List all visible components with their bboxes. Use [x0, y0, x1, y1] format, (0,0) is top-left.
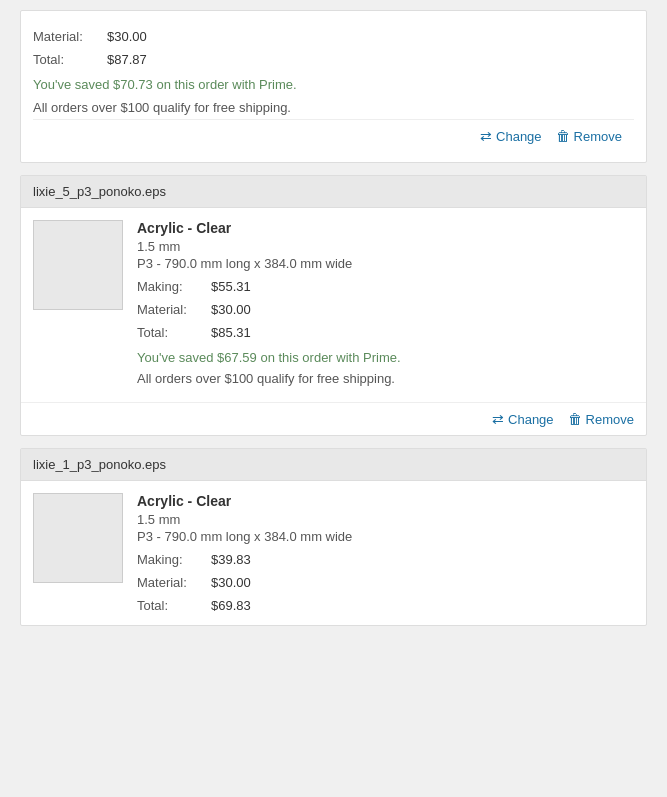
material-label-lixie1: Material:	[137, 575, 207, 590]
thickness-lixie5: 1.5 mm	[137, 239, 634, 254]
total-label-lixie5: Total:	[137, 325, 207, 340]
card-body-lixie1: Acrylic - Clear 1.5 mm P3 - 790.0 mm lon…	[21, 481, 646, 625]
material-value-lixie1: $30.00	[211, 575, 251, 590]
making-label-lixie5: Making:	[137, 279, 207, 294]
material-value-lixie5: $30.00	[211, 302, 251, 317]
remove-label-lixie5: Remove	[586, 412, 634, 427]
total-value: $87.87	[107, 52, 147, 67]
change-label-lixie5: Change	[508, 412, 554, 427]
change-label: Change	[496, 129, 542, 144]
remove-link[interactable]: 🗑 Remove	[556, 128, 622, 144]
thumbnail-lixie5	[33, 220, 123, 310]
material-label-lixie5: Material:	[137, 302, 207, 317]
making-row-lixie1: Making: $39.83	[137, 552, 634, 567]
actions-lixie5: ⇄ Change 🗑 Remove	[21, 402, 646, 435]
total-row-lixie1: Total: $69.83	[137, 598, 634, 613]
product-name-lixie5: Acrylic - Clear	[137, 220, 634, 236]
filename-lixie5: lixie_5_p3_ponoko.eps	[33, 184, 166, 199]
material-value: $30.00	[107, 29, 147, 44]
dimensions-lixie5: P3 - 790.0 mm long x 384.0 mm wide	[137, 256, 634, 271]
card-header-lixie5: lixie_5_p3_ponoko.eps	[21, 176, 646, 208]
change-icon-lixie5: ⇄	[492, 411, 504, 427]
remove-icon-lixie5: 🗑	[568, 411, 582, 427]
thickness-lixie1: 1.5 mm	[137, 512, 634, 527]
change-icon: ⇄	[480, 128, 492, 144]
product-details-lixie5: Acrylic - Clear 1.5 mm P3 - 790.0 mm lon…	[137, 220, 634, 386]
making-row-lixie5: Making: $55.31	[137, 279, 634, 294]
remove-icon: 🗑	[556, 128, 570, 144]
shipping-lixie5: All orders over $100 qualify for free sh…	[137, 371, 634, 386]
card-body-lixie5: Acrylic - Clear 1.5 mm P3 - 790.0 mm lon…	[21, 208, 646, 398]
partial-prices: Material: $30.00 Total: $87.87	[33, 29, 634, 67]
remove-label: Remove	[574, 129, 622, 144]
filename-lixie1: lixie_1_p3_ponoko.eps	[33, 457, 166, 472]
material-row-lixie5: Material: $30.00	[137, 302, 634, 317]
total-row-lixie5: Total: $85.31	[137, 325, 634, 340]
total-label: Total:	[33, 52, 103, 67]
remove-link-lixie5[interactable]: 🗑 Remove	[568, 411, 634, 427]
change-link-lixie5[interactable]: ⇄ Change	[492, 411, 554, 427]
total-label-lixie1: Total:	[137, 598, 207, 613]
order-card-lixie5: lixie_5_p3_ponoko.eps Acrylic - Clear 1.…	[20, 175, 647, 436]
material-label: Material:	[33, 29, 103, 44]
dimensions-lixie1: P3 - 790.0 mm long x 384.0 mm wide	[137, 529, 634, 544]
shipping-text: All orders over $100 qualify for free sh…	[33, 100, 634, 115]
thumbnail-lixie1	[33, 493, 123, 583]
making-value-lixie1: $39.83	[211, 552, 251, 567]
making-label-lixie1: Making:	[137, 552, 207, 567]
product-details-lixie1: Acrylic - Clear 1.5 mm P3 - 790.0 mm lon…	[137, 493, 634, 613]
partial-top-card: Material: $30.00 Total: $87.87 You've sa…	[20, 10, 647, 163]
savings-lixie5: You've saved $67.59 on this order with P…	[137, 350, 634, 365]
page-wrapper: Material: $30.00 Total: $87.87 You've sa…	[0, 0, 667, 648]
making-value-lixie5: $55.31	[211, 279, 251, 294]
order-card-lixie1: lixie_1_p3_ponoko.eps Acrylic - Clear 1.…	[20, 448, 647, 626]
total-row: Total: $87.87	[33, 52, 634, 67]
total-value-lixie5: $85.31	[211, 325, 251, 340]
change-link[interactable]: ⇄ Change	[480, 128, 542, 144]
material-row: Material: $30.00	[33, 29, 634, 44]
card-header-lixie1: lixie_1_p3_ponoko.eps	[21, 449, 646, 481]
savings-text: You've saved $70.73 on this order with P…	[33, 77, 634, 92]
material-row-lixie1: Material: $30.00	[137, 575, 634, 590]
card-actions: ⇄ Change 🗑 Remove	[33, 119, 634, 152]
product-name-lixie1: Acrylic - Clear	[137, 493, 634, 509]
total-value-lixie1: $69.83	[211, 598, 251, 613]
